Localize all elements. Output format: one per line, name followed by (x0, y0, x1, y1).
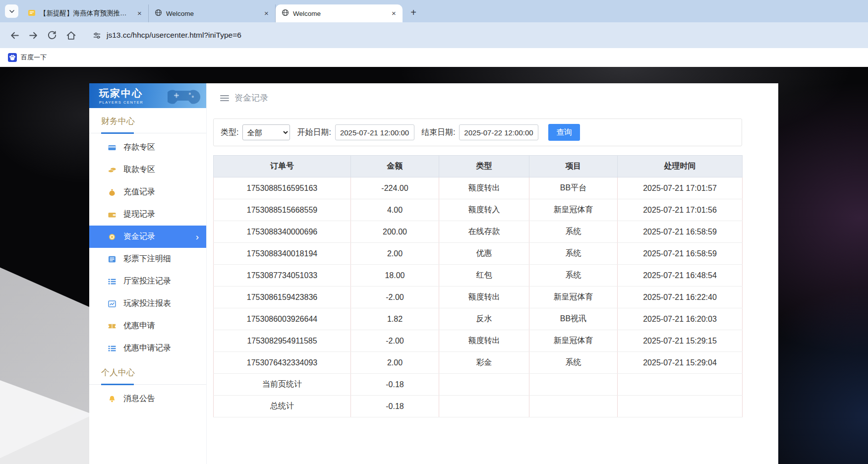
sidebar-item-label: 充值记录 (123, 187, 155, 197)
sidebar-item-彩票下注明细[interactable]: 彩票下注明细 (89, 248, 206, 270)
sidebar-item-提现记录[interactable]: 提现记录 (89, 203, 206, 226)
hamburger-icon[interactable] (220, 95, 229, 101)
tab-search-button[interactable] (5, 4, 18, 18)
globe-icon (282, 9, 289, 18)
table-body: 1753088516595163-224.00额度转出BB平台2025-07-2… (214, 177, 743, 417)
table-cell: 彩金 (439, 352, 529, 374)
table-cell: 额度转入 (439, 199, 529, 221)
sidebar-item-存款专区[interactable]: 存款专区 (89, 136, 206, 159)
table-cell: 1.82 (351, 308, 439, 330)
coin-icon (108, 233, 116, 240)
sidebar-item-label: 存款专区 (123, 142, 155, 153)
close-icon[interactable]: × (262, 9, 271, 18)
tab-title: 【新提醒】海燕体育预测推荐区 (40, 9, 131, 18)
browser-tab[interactable]: Welcome× (276, 4, 403, 22)
address-bar[interactable]: js13.cc/hhcp/usercenter.html?iniType=6 (87, 26, 863, 44)
browser-tab[interactable]: Welcome× (149, 4, 276, 22)
table-header-row: 订单号金额类型项目处理时间 (214, 156, 743, 177)
ticket-icon (108, 323, 116, 330)
table-cell: 1753088515668559 (214, 199, 351, 221)
back-button[interactable] (5, 26, 24, 45)
table-row: 1753086159423836-2.00额度转出新皇冠体育2025-07-21… (214, 287, 743, 308)
sidebar: 玩家中心 PLAYERS CENTER 财务中心存款专区取款专区充值记录提现记录… (89, 83, 207, 464)
sidebar-item-取款专区[interactable]: 取款专区 (89, 159, 206, 181)
coins-icon (108, 167, 116, 174)
table-cell: 1753087734051033 (214, 265, 351, 287)
table-cell: 2.00 (351, 352, 439, 374)
table-cell: 新皇冠体育 (529, 287, 618, 308)
table-cell: 1753086159423836 (214, 287, 351, 308)
sidebar-item-资金记录[interactable]: 资金记录› (89, 226, 206, 248)
table-cell: 2.00 (351, 243, 439, 265)
table-cell: 优惠 (439, 243, 529, 265)
browser-tab-strip: 【新提醒】海燕体育预测推荐区×Welcome×Welcome× + (0, 0, 868, 22)
forward-arrow-icon (28, 30, 39, 41)
table-cell: 1753086003926644 (214, 308, 351, 330)
end-date-label: 结束日期: (421, 127, 455, 138)
site-settings-icon (92, 31, 102, 40)
home-button[interactable] (61, 26, 80, 45)
sidebar-item-优惠申请记录[interactable]: 优惠申请记录 (89, 337, 206, 359)
page-title: 资金记录 (234, 92, 268, 104)
chevron-down-icon (9, 8, 15, 14)
main-content: 资金记录 类型: 全部 开始日期: 结束日期: 查询 订单号金额类型项目处理时间… (207, 83, 778, 464)
table-cell: -0.18 (351, 396, 439, 417)
gamepad-icon (168, 87, 200, 106)
table-row: 1753088516595163-224.00额度转出BB平台2025-07-2… (214, 177, 743, 199)
new-tab-button[interactable]: + (406, 5, 420, 19)
sidebar-item-优惠申请[interactable]: 优惠申请 (89, 315, 206, 337)
type-select[interactable]: 全部 (242, 124, 290, 140)
bookmark-baidu[interactable]: 百度一下 (8, 53, 47, 62)
funds-table: 订单号金额类型项目处理时间 1753088516595163-224.00额度转… (213, 155, 743, 417)
sidebar-section-title: 财务中心 (89, 108, 206, 133)
table-cell: 1753076432334093 (214, 352, 351, 374)
table-cell: 红包 (439, 265, 529, 287)
table-cell (618, 396, 743, 417)
close-icon[interactable]: × (135, 9, 144, 18)
table-cell (529, 396, 618, 417)
sidebar-item-消息公告[interactable]: 消息公告 (89, 388, 206, 410)
player-center-app: 玩家中心 PLAYERS CENTER 财务中心存款专区取款专区充值记录提现记录… (89, 83, 778, 464)
table-cell: -2.00 (351, 287, 439, 308)
sidebar-item-充值记录[interactable]: 充值记录 (89, 181, 206, 203)
type-label: 类型: (221, 127, 238, 138)
forward-button[interactable] (24, 26, 43, 45)
sidebar-item-玩家投注报表[interactable]: 玩家投注报表 (89, 292, 206, 315)
sidebar-section-title: 个人中心 (89, 359, 206, 385)
chat-square-icon (28, 9, 36, 18)
table-cell: 反水 (439, 308, 529, 330)
tab-title: Welcome (166, 10, 258, 17)
table-cell: 系统 (529, 352, 618, 374)
browser-tab[interactable]: 【新提醒】海燕体育预测推荐区× (22, 4, 149, 22)
column-header: 类型 (439, 156, 529, 177)
query-button[interactable]: 查询 (548, 124, 580, 141)
table-cell: -0.18 (351, 374, 439, 396)
table-cell: 2025-07-21 16:58:59 (618, 221, 743, 243)
table-cell: 2025-07-21 16:48:54 (618, 265, 743, 287)
sidebar-item-厅室投注记录[interactable]: 厅室投注记录 (89, 270, 206, 292)
table-cell: -2.00 (351, 330, 439, 352)
table-cell: 2025-07-21 16:22:40 (618, 287, 743, 308)
money-bag-icon (108, 189, 116, 196)
table-cell: 额度转出 (439, 177, 529, 199)
end-date-input[interactable] (459, 124, 538, 140)
reload-button[interactable] (43, 26, 61, 45)
sidebar-item-label: 优惠申请 (123, 321, 155, 331)
tabs: 【新提醒】海燕体育预测推荐区×Welcome×Welcome× (22, 4, 403, 22)
table-cell: 2025-07-21 15:29:15 (618, 330, 743, 352)
start-date-input[interactable] (335, 124, 414, 140)
table-cell: 新皇冠体育 (529, 330, 618, 352)
table-cell: -224.00 (351, 177, 439, 199)
table-cell: 1753088516595163 (214, 177, 351, 199)
tab-title: Welcome (293, 10, 385, 17)
home-icon (66, 30, 76, 41)
table-row: 17530860039266441.82反水BB视讯2025-07-21 16:… (214, 308, 743, 330)
table-cell: 总统计 (214, 396, 351, 417)
globe-icon (155, 9, 162, 18)
sidebar-item-label: 优惠申请记录 (123, 343, 171, 353)
close-icon[interactable]: × (389, 9, 399, 18)
table-cell: 18.00 (351, 265, 439, 287)
table-cell: 额度转出 (439, 287, 529, 308)
table-cell: 在线存款 (439, 221, 529, 243)
section-underline (101, 132, 134, 134)
